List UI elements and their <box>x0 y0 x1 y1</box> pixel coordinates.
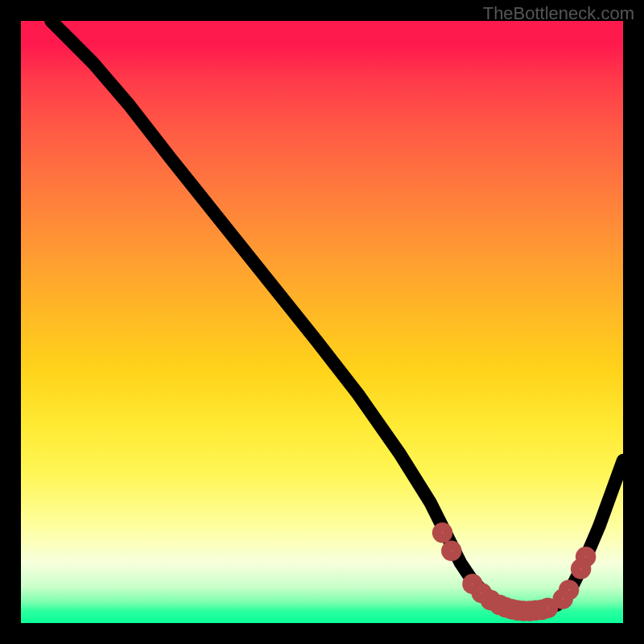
highlight-dot <box>564 584 574 595</box>
highlight-dot <box>543 603 553 613</box>
bottleneck-curve <box>51 21 623 611</box>
chart-svg <box>21 21 623 623</box>
plot-area <box>21 21 623 623</box>
highlight-dot <box>446 546 456 556</box>
watermark-text: TheBottleneck.com <box>483 3 634 24</box>
highlight-dot <box>437 527 448 538</box>
highlight-dot <box>580 551 591 562</box>
